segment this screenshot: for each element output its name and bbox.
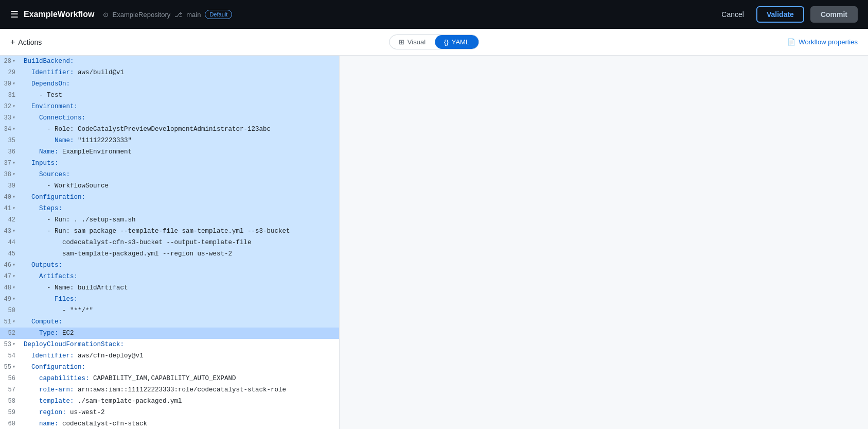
code-line: 53▾DeployCloudFormationStack: [0,339,339,350]
actions-button[interactable]: + Actions [10,38,42,47]
fold-arrow[interactable]: ▾ [12,316,15,328]
line-number: 34▾ [0,124,22,135]
fold-arrow[interactable]: ▾ [12,56,15,67]
code-line: 55▾ Configuration: [0,362,339,373]
cancel-button[interactable]: Cancel [715,7,750,22]
code-panel[interactable]: 28▾BuildBackend:29 Identifier: aws/build… [0,56,340,429]
fold-arrow[interactable]: ▾ [12,260,15,271]
line-number: 41▾ [0,203,22,214]
line-content: Environment: [22,101,339,112]
line-number: 44 [0,237,22,248]
code-line: 39 - WorkflowSource [0,180,339,192]
fold-arrow[interactable]: ▾ [12,124,15,135]
line-content: Name: "111122223333" [22,135,339,146]
code-line: 47▾ Artifacts: [0,271,339,282]
line-content: capabilities: CAPABILITY_IAM,CAPABILITY_… [22,373,339,384]
fold-arrow[interactable]: ▾ [12,271,15,282]
code-line: 30▾ DependsOn: [0,78,339,90]
workflow-properties-button[interactable]: 📄 Workflow properties [787,38,858,46]
line-content: template: ./sam-template-packaged.yml [22,396,339,407]
validate-button[interactable]: Validate [756,6,804,23]
hamburger-icon[interactable]: ☰ [10,9,19,20]
line-content: - Run: . ./setup-sam.sh [22,214,339,226]
line-content: Configuration: [22,362,339,373]
line-number: 58 [0,396,22,407]
editor-container: 28▾BuildBackend:29 Identifier: aws/build… [0,56,868,429]
code-line: 42 - Run: . ./setup-sam.sh [0,214,339,226]
line-number: 49▾ [0,294,22,305]
brand: ☰ ExampleWorkflow [10,9,95,20]
fold-arrow[interactable]: ▾ [12,101,15,112]
code-line: 31 - Test [0,90,339,101]
line-number: 54 [0,350,22,362]
code-line: 60 name: codecatalyst-cfn-stack [0,418,339,429]
branch-icon: ⎇ [174,11,182,19]
line-number: 43▾ [0,226,22,237]
doc-icon: 📄 [787,38,795,46]
code-line: 38▾ Sources: [0,169,339,180]
line-content: Identifier: aws/cfn-deploy@v1 [22,350,339,362]
code-line: 51▾ Compute: [0,316,339,328]
line-content: - WorkflowSource [22,180,339,192]
actions-label: Actions [18,38,42,46]
code-line: 37▾ Inputs: [0,158,339,169]
yaml-tab[interactable]: {} YAML [435,35,479,49]
line-content: name: codecatalyst-cfn-stack [22,418,339,429]
line-number: 33▾ [0,112,22,124]
repo-icon: ⊙ [103,11,109,19]
line-number: 36 [0,146,22,158]
line-number: 40▾ [0,192,22,203]
line-number: 50 [0,305,22,316]
code-line: 56 capabilities: CAPABILITY_IAM,CAPABILI… [0,373,339,384]
fold-arrow[interactable]: ▾ [12,282,15,294]
fold-arrow[interactable]: ▾ [12,169,15,180]
line-content: - Run: sam package --template-file sam-t… [22,226,339,237]
fold-arrow[interactable]: ▾ [12,192,15,203]
visual-label: Visual [408,38,426,46]
line-number: 39 [0,180,22,192]
line-number: 53▾ [0,339,22,350]
line-number: 38▾ [0,169,22,180]
yaml-label: YAML [452,38,469,46]
line-number: 31 [0,90,22,101]
code-line: 52 Type: EC2 [0,328,339,339]
line-number: 55▾ [0,362,22,373]
code-line: 36 Name: ExampleEnvironment [0,146,339,158]
fold-arrow[interactable]: ▾ [12,294,15,305]
line-content: region: us-west-2 [22,407,339,418]
fold-arrow[interactable]: ▾ [12,339,15,350]
fold-arrow[interactable]: ▾ [12,362,15,373]
navbar-actions: Cancel Validate Commit [715,6,858,23]
line-number: 29 [0,67,22,78]
code-line: 40▾ Configuration: [0,192,339,203]
plus-icon: + [10,38,15,47]
line-content: Compute: [22,316,339,328]
line-number: 28▾ [0,56,22,67]
yaml-icon: {} [444,38,449,46]
commit-button[interactable]: Commit [810,6,858,23]
visual-tab[interactable]: ⊞ Visual [389,35,435,49]
line-content: Inputs: [22,158,339,169]
code-line: 34▾ - Role: CodeCatalystPreviewDevelopme… [0,124,339,135]
toolbar: + Actions ⊞ Visual {} YAML 📄 Workflow pr… [0,29,868,56]
line-number: 42 [0,214,22,226]
code-line: 59 region: us-west-2 [0,407,339,418]
code-line: 41▾ Steps: [0,203,339,214]
fold-arrow[interactable]: ▾ [12,78,15,90]
code-line: 57 role-arn: arn:aws:iam::111122223333:r… [0,384,339,396]
line-number: 59 [0,407,22,418]
line-number: 30▾ [0,78,22,90]
line-number: 60 [0,418,22,429]
line-number: 35 [0,135,22,146]
fold-arrow[interactable]: ▾ [12,203,15,214]
line-content: - Role: CodeCatalystPreviewDevelopmentAd… [22,124,339,135]
line-content: Identifier: aws/build@v1 [22,67,339,78]
visual-icon: ⊞ [399,38,404,46]
fold-arrow[interactable]: ▾ [12,158,15,169]
code-line: 49▾ Files: [0,294,339,305]
fold-arrow[interactable]: ▾ [12,226,15,237]
repo-name: ExampleRepository [113,11,171,19]
navbar: ☰ ExampleWorkflow ⊙ ExampleRepository ⎇ … [0,0,868,29]
code-line: 45 sam-template-packaged.yml --region us… [0,248,339,260]
fold-arrow[interactable]: ▾ [12,112,15,124]
